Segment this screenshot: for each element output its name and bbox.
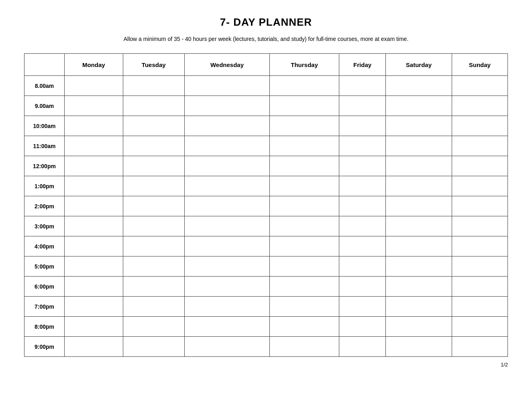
schedule-cell[interactable] xyxy=(339,156,386,176)
schedule-cell[interactable] xyxy=(123,236,184,256)
schedule-cell[interactable] xyxy=(123,136,184,156)
table-row: 10:00am xyxy=(24,116,508,136)
schedule-cell[interactable] xyxy=(270,216,339,236)
schedule-cell[interactable] xyxy=(184,76,269,96)
schedule-cell[interactable] xyxy=(452,317,508,337)
schedule-cell[interactable] xyxy=(452,76,508,96)
schedule-cell[interactable] xyxy=(386,337,452,357)
schedule-cell[interactable] xyxy=(270,116,339,136)
schedule-cell[interactable] xyxy=(65,297,123,317)
schedule-cell[interactable] xyxy=(184,136,269,156)
schedule-cell[interactable] xyxy=(270,136,339,156)
schedule-cell[interactable] xyxy=(184,297,269,317)
schedule-cell[interactable] xyxy=(65,196,123,216)
schedule-cell[interactable] xyxy=(270,277,339,297)
schedule-cell[interactable] xyxy=(270,297,339,317)
schedule-cell[interactable] xyxy=(339,196,386,216)
schedule-cell[interactable] xyxy=(184,196,269,216)
schedule-cell[interactable] xyxy=(123,116,184,136)
schedule-cell[interactable] xyxy=(270,337,339,357)
schedule-cell[interactable] xyxy=(339,277,386,297)
schedule-cell[interactable] xyxy=(339,337,386,357)
schedule-cell[interactable] xyxy=(452,96,508,116)
schedule-cell[interactable] xyxy=(65,96,123,116)
schedule-cell[interactable] xyxy=(452,216,508,236)
schedule-cell[interactable] xyxy=(65,256,123,277)
schedule-cell[interactable] xyxy=(386,317,452,337)
schedule-cell[interactable] xyxy=(65,136,123,156)
schedule-cell[interactable] xyxy=(184,236,269,256)
schedule-cell[interactable] xyxy=(339,317,386,337)
schedule-cell[interactable] xyxy=(65,317,123,337)
schedule-cell[interactable] xyxy=(386,256,452,277)
schedule-cell[interactable] xyxy=(65,337,123,357)
schedule-cell[interactable] xyxy=(386,136,452,156)
schedule-cell[interactable] xyxy=(386,116,452,136)
schedule-cell[interactable] xyxy=(339,216,386,236)
schedule-cell[interactable] xyxy=(339,116,386,136)
schedule-cell[interactable] xyxy=(184,256,269,277)
schedule-cell[interactable] xyxy=(386,216,452,236)
schedule-cell[interactable] xyxy=(386,96,452,116)
schedule-cell[interactable] xyxy=(65,76,123,96)
schedule-cell[interactable] xyxy=(270,236,339,256)
schedule-cell[interactable] xyxy=(270,196,339,216)
schedule-cell[interactable] xyxy=(270,96,339,116)
schedule-cell[interactable] xyxy=(452,297,508,317)
schedule-cell[interactable] xyxy=(184,216,269,236)
schedule-cell[interactable] xyxy=(452,337,508,357)
schedule-cell[interactable] xyxy=(123,156,184,176)
schedule-cell[interactable] xyxy=(452,236,508,256)
schedule-cell[interactable] xyxy=(452,277,508,297)
schedule-cell[interactable] xyxy=(184,116,269,136)
schedule-cell[interactable] xyxy=(65,176,123,196)
schedule-cell[interactable] xyxy=(270,176,339,196)
schedule-cell[interactable] xyxy=(386,176,452,196)
schedule-cell[interactable] xyxy=(339,236,386,256)
schedule-cell[interactable] xyxy=(184,317,269,337)
schedule-cell[interactable] xyxy=(339,136,386,156)
schedule-cell[interactable] xyxy=(386,236,452,256)
schedule-cell[interactable] xyxy=(123,176,184,196)
schedule-cell[interactable] xyxy=(452,136,508,156)
schedule-cell[interactable] xyxy=(270,256,339,277)
schedule-cell[interactable] xyxy=(184,176,269,196)
schedule-cell[interactable] xyxy=(386,277,452,297)
schedule-cell[interactable] xyxy=(65,277,123,297)
schedule-cell[interactable] xyxy=(123,297,184,317)
schedule-cell[interactable] xyxy=(184,277,269,297)
schedule-cell[interactable] xyxy=(270,76,339,96)
table-row: 6:00pm xyxy=(24,277,508,297)
schedule-cell[interactable] xyxy=(339,76,386,96)
schedule-cell[interactable] xyxy=(386,297,452,317)
schedule-cell[interactable] xyxy=(386,76,452,96)
schedule-cell[interactable] xyxy=(123,337,184,357)
schedule-cell[interactable] xyxy=(386,156,452,176)
schedule-cell[interactable] xyxy=(184,337,269,357)
schedule-cell[interactable] xyxy=(339,256,386,277)
schedule-cell[interactable] xyxy=(339,176,386,196)
schedule-cell[interactable] xyxy=(184,96,269,116)
schedule-cell[interactable] xyxy=(123,277,184,297)
schedule-cell[interactable] xyxy=(65,236,123,256)
schedule-cell[interactable] xyxy=(123,196,184,216)
schedule-cell[interactable] xyxy=(123,216,184,236)
schedule-cell[interactable] xyxy=(65,116,123,136)
schedule-cell[interactable] xyxy=(123,96,184,116)
schedule-cell[interactable] xyxy=(270,317,339,337)
schedule-cell[interactable] xyxy=(123,76,184,96)
schedule-cell[interactable] xyxy=(65,216,123,236)
schedule-cell[interactable] xyxy=(123,256,184,277)
schedule-cell[interactable] xyxy=(65,156,123,176)
schedule-cell[interactable] xyxy=(452,156,508,176)
schedule-cell[interactable] xyxy=(452,176,508,196)
schedule-cell[interactable] xyxy=(452,196,508,216)
schedule-cell[interactable] xyxy=(339,297,386,317)
schedule-cell[interactable] xyxy=(386,196,452,216)
schedule-cell[interactable] xyxy=(452,116,508,136)
schedule-cell[interactable] xyxy=(452,256,508,277)
schedule-cell[interactable] xyxy=(270,156,339,176)
schedule-cell[interactable] xyxy=(184,156,269,176)
schedule-cell[interactable] xyxy=(123,317,184,337)
schedule-cell[interactable] xyxy=(339,96,386,116)
